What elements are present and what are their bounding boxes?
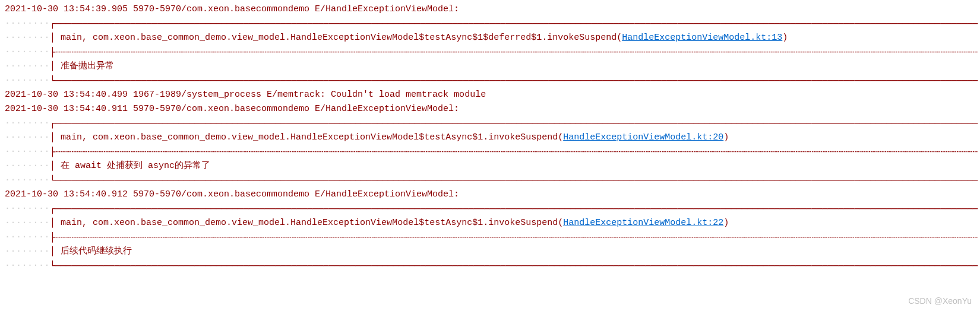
whitespace-indicator: ···· xyxy=(5,245,27,259)
log-header-line: 2021-10-30 13:54:40.912 5970-5970/com.xe… xyxy=(0,188,980,202)
whitespace-indicator: ···· xyxy=(5,74,27,88)
log-box-content-line: ········│ 后续代码继续执行 xyxy=(0,245,980,259)
log-box-content-line: ········│ main, com.xeon.base_common_dem… xyxy=(0,31,980,45)
whitespace-indicator: ···· xyxy=(27,17,50,31)
log-message-text: │ 在 await 处捕获到 async的异常了 xyxy=(50,159,210,173)
whitespace-indicator: ···· xyxy=(5,173,27,188)
whitespace-indicator: ···· xyxy=(5,216,27,230)
log-header-line: 2021-10-30 13:54:39.905 5970-5970/com.xe… xyxy=(0,2,980,17)
log-box-bot: ········└───────────────────────────────… xyxy=(0,259,980,273)
whitespace-indicator: ···· xyxy=(27,202,50,216)
log-header-line: 2021-10-30 13:54:40.499 1967-1989/system… xyxy=(0,88,980,102)
whitespace-indicator: ···· xyxy=(27,245,50,259)
source-link[interactable]: HandleExceptionViewModel.kt:22 xyxy=(563,216,723,230)
source-link[interactable]: HandleExceptionViewModel.kt:20 xyxy=(563,131,723,145)
whitespace-indicator: ···· xyxy=(27,31,50,45)
log-box-content-line: ········│ 准备抛出异常 xyxy=(0,59,980,74)
log-header-line: 2021-10-30 13:54:40.911 5970-5970/com.xe… xyxy=(0,102,980,116)
source-link[interactable]: HandleExceptionViewModel.kt:13 xyxy=(622,31,782,45)
whitespace-indicator: ···· xyxy=(5,31,27,45)
log-box-mid: ········├┄┄┄┄┄┄┄┄┄┄┄┄┄┄┄┄┄┄┄┄┄┄┄┄┄┄┄┄┄┄┄… xyxy=(0,145,980,159)
log-box-bot: ········└───────────────────────────────… xyxy=(0,173,980,188)
whitespace-indicator: ···· xyxy=(27,45,50,59)
whitespace-indicator: ···· xyxy=(27,74,50,88)
log-box-content-line: ········│ main, com.xeon.base_common_dem… xyxy=(0,131,980,145)
log-trace-suffix: ) xyxy=(782,31,788,45)
whitespace-indicator: ···· xyxy=(27,173,50,188)
box-border-top: ┌───────────────────────────────────────… xyxy=(50,116,978,131)
whitespace-indicator: ···· xyxy=(27,216,50,230)
whitespace-indicator: ···· xyxy=(27,116,50,131)
box-border-top: ┌───────────────────────────────────────… xyxy=(50,17,978,31)
log-box-top: ········┌───────────────────────────────… xyxy=(0,202,980,216)
log-trace-text: │ main, com.xeon.base_common_demo.view_m… xyxy=(50,131,563,145)
box-border-top: ┌───────────────────────────────────────… xyxy=(50,202,978,216)
whitespace-indicator: ···· xyxy=(5,230,27,245)
whitespace-indicator: ···· xyxy=(27,59,50,74)
whitespace-indicator: ···· xyxy=(5,116,27,131)
log-trace-suffix: ) xyxy=(723,216,729,230)
log-trace-text: │ main, com.xeon.base_common_demo.view_m… xyxy=(50,216,563,230)
whitespace-indicator: ···· xyxy=(5,59,27,74)
whitespace-indicator: ···· xyxy=(5,45,27,59)
whitespace-indicator: ···· xyxy=(27,159,50,173)
box-border-mid: ├┄┄┄┄┄┄┄┄┄┄┄┄┄┄┄┄┄┄┄┄┄┄┄┄┄┄┄┄┄┄┄┄┄┄┄┄┄┄┄… xyxy=(50,145,978,159)
whitespace-indicator: ···· xyxy=(5,145,27,159)
log-box-top: ········┌───────────────────────────────… xyxy=(0,17,980,31)
whitespace-indicator: ···· xyxy=(5,17,27,31)
box-border-bot: └───────────────────────────────────────… xyxy=(50,74,978,88)
log-box-mid: ········├┄┄┄┄┄┄┄┄┄┄┄┄┄┄┄┄┄┄┄┄┄┄┄┄┄┄┄┄┄┄┄… xyxy=(0,45,980,59)
log-trace-suffix: ) xyxy=(723,131,729,145)
whitespace-indicator: ···· xyxy=(5,131,27,145)
log-box-content-line: ········│ main, com.xeon.base_common_dem… xyxy=(0,216,980,230)
log-box-bot: ········└───────────────────────────────… xyxy=(0,74,980,88)
box-border-bot: └───────────────────────────────────────… xyxy=(50,259,978,273)
log-message-text: │ 准备抛出异常 xyxy=(50,59,114,74)
whitespace-indicator: ···· xyxy=(5,202,27,216)
whitespace-indicator: ···· xyxy=(5,259,27,273)
log-trace-text: │ main, com.xeon.base_common_demo.view_m… xyxy=(50,31,622,45)
whitespace-indicator: ···· xyxy=(27,230,50,245)
log-box-top: ········┌───────────────────────────────… xyxy=(0,116,980,131)
whitespace-indicator: ···· xyxy=(27,259,50,273)
log-header-text: 2021-10-30 13:54:40.499 1967-1989/system… xyxy=(5,90,486,100)
log-header-text: 2021-10-30 13:54:39.905 5970-5970/com.xe… xyxy=(5,4,464,14)
log-message-text: │ 后续代码继续执行 xyxy=(50,245,132,259)
log-box-mid: ········├┄┄┄┄┄┄┄┄┄┄┄┄┄┄┄┄┄┄┄┄┄┄┄┄┄┄┄┄┄┄┄… xyxy=(0,230,980,245)
whitespace-indicator: ···· xyxy=(27,131,50,145)
box-border-bot: └───────────────────────────────────────… xyxy=(50,173,978,188)
box-border-mid: ├┄┄┄┄┄┄┄┄┄┄┄┄┄┄┄┄┄┄┄┄┄┄┄┄┄┄┄┄┄┄┄┄┄┄┄┄┄┄┄… xyxy=(50,45,978,59)
whitespace-indicator: ···· xyxy=(5,159,27,173)
log-header-text: 2021-10-30 13:54:40.911 5970-5970/com.xe… xyxy=(5,104,464,114)
log-box-content-line: ········│ 在 await 处捕获到 async的异常了 xyxy=(0,159,980,173)
log-header-text: 2021-10-30 13:54:40.912 5970-5970/com.xe… xyxy=(5,189,464,199)
box-border-mid: ├┄┄┄┄┄┄┄┄┄┄┄┄┄┄┄┄┄┄┄┄┄┄┄┄┄┄┄┄┄┄┄┄┄┄┄┄┄┄┄… xyxy=(50,230,978,245)
whitespace-indicator: ···· xyxy=(27,145,50,159)
